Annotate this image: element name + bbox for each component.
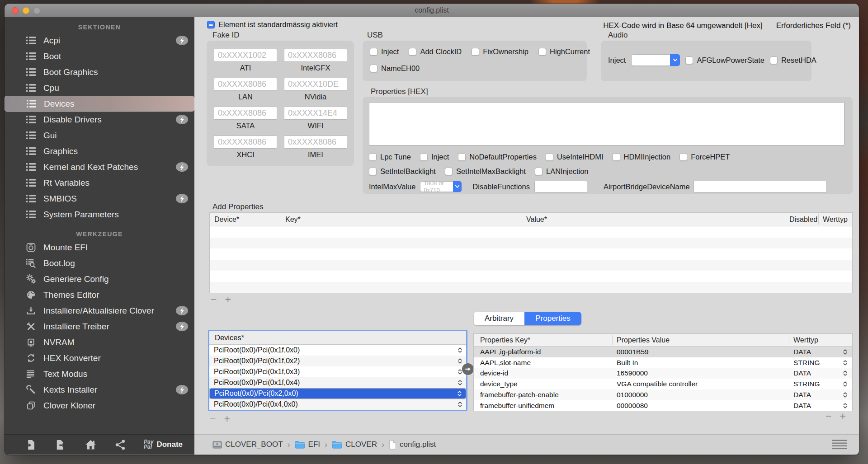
property-row[interactable]: device_typeVGA compatible controllerSTRI… <box>474 379 852 389</box>
sidebar-item-cpu[interactable]: Cpu <box>5 80 194 96</box>
sidebar-tool-themes-editor[interactable]: Themes Editor <box>5 287 194 303</box>
tab-arbitrary[interactable]: Arbitrary <box>474 312 524 325</box>
intelmaxvalue-select[interactable]: 1808 or 0x710 <box>420 181 462 192</box>
fakeid-ati-input[interactable] <box>214 49 277 62</box>
col-value[interactable]: Value* <box>526 213 547 226</box>
fakeid-xhci-input[interactable] <box>214 136 277 149</box>
add-device-button[interactable]: + <box>224 414 230 424</box>
donate-button[interactable]: PayPal Donate <box>135 440 183 450</box>
device-row[interactable]: PciRoot(0x0)/Pci(0x4,0x0) <box>209 399 466 410</box>
sidebar-item-boot[interactable]: Boot <box>5 48 194 64</box>
tab-properties[interactable]: Properties <box>524 312 581 325</box>
add-property-button[interactable]: + <box>840 411 845 421</box>
sidebar-tool-clover-cloner[interactable]: Clover Kloner <box>5 398 194 413</box>
device-row[interactable]: PciRoot(0x0)/Pci(0x1f,0x2) <box>209 356 466 366</box>
col-disabled[interactable]: Disabled <box>789 213 817 226</box>
audio-inject-select[interactable] <box>631 54 680 66</box>
title-bar[interactable]: config.plist <box>5 4 859 17</box>
stepper-icon[interactable] <box>843 359 848 366</box>
stepper-icon[interactable] <box>843 348 848 356</box>
breadcrumb-efi[interactable]: EFI <box>295 440 320 449</box>
col-properties-werttyp[interactable]: Werttyp <box>793 334 818 346</box>
sidebar-tool-hex-converter[interactable]: HEX Konverter <box>5 350 194 366</box>
default-enabled-checkbox[interactable] <box>207 21 215 28</box>
audio-resethda-checkbox[interactable] <box>770 56 778 64</box>
remove-property-button[interactable]: − <box>826 411 831 421</box>
menu-icon[interactable] <box>832 440 847 450</box>
setintelmaxbacklight-checkbox[interactable] <box>445 168 453 175</box>
usb-highcurrent-checkbox[interactable] <box>538 48 546 56</box>
phex-inject-checkbox[interactable] <box>420 153 428 161</box>
usb-inject-checkbox[interactable] <box>370 48 377 56</box>
forcehpet-checkbox[interactable] <box>679 153 687 161</box>
airportbridgedevicename-input[interactable] <box>693 181 827 192</box>
breadcrumb-volume[interactable]: CLOVER_BOOT <box>212 440 283 450</box>
sidebar-item-devices[interactable]: Devices <box>5 96 194 112</box>
nodefaultproperties-checkbox[interactable] <box>458 153 466 161</box>
stepper-icon[interactable] <box>843 380 848 388</box>
setintelbacklight-checkbox[interactable] <box>369 168 377 175</box>
sidebar-tool-nvram[interactable]: NVRAM <box>5 334 194 350</box>
close-button[interactable] <box>12 7 19 14</box>
device-row-selected[interactable]: PciRoot(0x0)/Pci(0x2,0x0) <box>209 388 466 399</box>
add-row-button[interactable]: + <box>225 295 231 305</box>
useintelhdmi-checkbox[interactable] <box>546 153 553 161</box>
fakeid-imei-input[interactable] <box>284 136 347 149</box>
stepper-icon[interactable] <box>843 391 848 398</box>
zoom-button[interactable] <box>33 7 40 14</box>
sidebar-item-graphics[interactable]: Graphics <box>5 143 194 159</box>
apply-device-button[interactable] <box>462 363 474 375</box>
sidebar-tool-install-drivers[interactable]: Installiere Treiber <box>5 319 194 334</box>
sidebar-item-boot-graphics[interactable]: Boot Graphics <box>5 64 194 80</box>
sidebar-item-acpi[interactable]: Acpi <box>5 33 194 48</box>
stepper-icon[interactable] <box>843 370 848 377</box>
share-button[interactable] <box>105 439 135 450</box>
property-row[interactable]: AAPL,slot-nameBuilt InSTRING <box>474 357 852 368</box>
col-key[interactable]: Key* <box>285 213 301 226</box>
laninjection-checkbox[interactable] <box>535 168 542 175</box>
fakeid-lan-input[interactable] <box>214 78 277 91</box>
col-device[interactable]: Device* <box>214 213 239 226</box>
add-properties-body[interactable] <box>210 226 852 293</box>
sidebar-item-system-parameters[interactable]: System Parameters <box>5 206 194 222</box>
remove-row-button[interactable]: − <box>211 295 217 305</box>
property-row[interactable]: framebuffer-unifiedmem00000080DATA <box>474 400 852 411</box>
breadcrumb-clover[interactable]: CLOVER <box>332 440 377 449</box>
stepper-icon[interactable] <box>458 401 462 408</box>
property-row[interactable]: AAPL,ig-platform-id00001B59DATA <box>474 347 852 357</box>
fakeid-intelgfx-input[interactable] <box>284 49 347 62</box>
property-row[interactable]: device-id16590000DATA <box>474 368 852 379</box>
sidebar-item-rt-variables[interactable]: Rt Variables <box>5 175 194 191</box>
device-row[interactable]: PciRoot(0x0)/Pci(0x1f,0x3) <box>209 366 466 377</box>
home-button[interactable] <box>75 439 105 450</box>
stepper-icon[interactable] <box>458 379 462 386</box>
sidebar-tool-generate-config[interactable]: Generiere Config <box>5 271 194 287</box>
col-properties-key[interactable]: Properties Key* <box>480 334 530 346</box>
hdmiinjection-checkbox[interactable] <box>613 153 620 161</box>
lpc-tune-checkbox[interactable] <box>369 153 377 161</box>
devices-header[interactable]: Devices* <box>209 331 466 345</box>
sidebar-tool-install-clover[interactable]: Installiere/Aktualisiere Clover <box>5 303 194 319</box>
col-properties-value[interactable]: Properties Value <box>617 334 670 346</box>
minimize-button[interactable] <box>23 7 29 14</box>
disablefunctions-input[interactable] <box>534 181 587 192</box>
sidebar-tool-text-mode[interactable]: Text Modus <box>5 366 194 382</box>
audio-afglowpowerstate-checkbox[interactable] <box>685 56 693 64</box>
sidebar-item-gui[interactable]: Gui <box>5 127 194 143</box>
col-werttyp[interactable]: Werttyp <box>823 213 848 226</box>
stepper-icon[interactable] <box>458 357 462 365</box>
fakeid-wifi-input[interactable] <box>284 107 347 120</box>
sidebar-tool-boot-log[interactable]: Boot.log <box>5 255 194 271</box>
stepper-icon[interactable] <box>458 347 462 354</box>
sidebar-item-kernel-kext-patches[interactable]: Kernel and Kext Patches <box>5 159 194 175</box>
stepper-icon[interactable] <box>457 390 462 397</box>
breadcrumb-file[interactable]: config.plist <box>389 440 436 450</box>
fakeid-sata-input[interactable] <box>214 107 277 120</box>
fakeid-nvidia-input[interactable] <box>284 78 347 91</box>
export-button[interactable] <box>46 439 76 450</box>
device-row[interactable]: PciRoot(0x0)/Pci(0x1f,0x4) <box>209 377 466 388</box>
sidebar-item-disable-drivers[interactable]: Disable Drivers <box>5 112 194 127</box>
property-row[interactable]: framebuffer-patch-enable01000000DATA <box>474 389 852 400</box>
sidebar-tool-mount-efi[interactable]: Mounte EFI <box>5 239 194 255</box>
sidebar-tool-kexts-installer[interactable]: Kexts Installer <box>5 382 194 398</box>
